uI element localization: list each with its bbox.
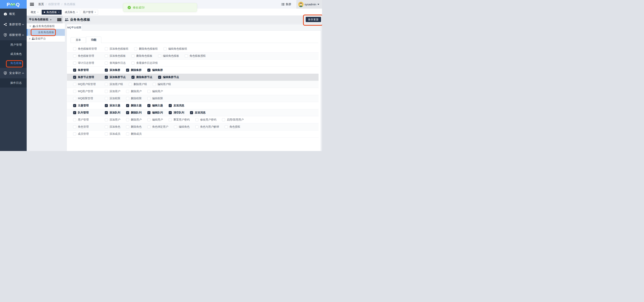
permission-module-cell: MQ用户组管理 <box>73 83 105 86</box>
pmq-logo[interactable]: P Q <box>0 0 27 9</box>
perm-checkbox[interactable] <box>126 97 129 100</box>
perm-checkbox[interactable] <box>129 83 132 86</box>
perm-checkbox[interactable] <box>105 54 108 57</box>
perm-checkbox[interactable] <box>164 47 166 50</box>
sidebar-subitem-1[interactable]: 用户管理 <box>0 40 27 49</box>
perm-checkbox[interactable] <box>105 69 108 72</box>
perm-checkbox[interactable] <box>148 125 150 128</box>
module-checkbox[interactable] <box>73 76 76 79</box>
perm-checkbox[interactable] <box>169 118 172 121</box>
perm-checkbox[interactable] <box>126 104 129 107</box>
perm-checkbox[interactable] <box>158 54 161 57</box>
perm-checkbox[interactable] <box>158 76 161 79</box>
module-checkbox[interactable] <box>73 111 76 114</box>
tab-close-icon[interactable]: × <box>37 11 38 14</box>
module-checkbox[interactable] <box>73 97 76 100</box>
sidebar-subitem-1[interactable]: 操作日志 <box>0 78 27 88</box>
module-checkbox[interactable] <box>73 90 76 93</box>
perm-checkbox[interactable] <box>148 111 150 114</box>
perm-checkbox[interactable] <box>132 54 134 57</box>
cluster-switcher[interactable]: 集群 <box>281 2 291 6</box>
perm-checkbox[interactable] <box>126 118 129 121</box>
module-checkbox[interactable] <box>73 104 76 107</box>
perm-checkbox[interactable] <box>105 111 108 114</box>
perm-checkbox[interactable] <box>105 97 108 100</box>
subtab-2[interactable]: 功能 <box>86 37 101 43</box>
perm-checkbox[interactable] <box>153 83 156 86</box>
perm-checkbox[interactable] <box>105 104 108 107</box>
tab-mq-platform-permission[interactable]: MQ平台权限 <box>67 24 82 31</box>
tab-close-icon[interactable]: × <box>58 11 60 14</box>
module-checkbox[interactable] <box>73 125 76 128</box>
module-checkbox[interactable] <box>73 133 76 136</box>
sidebar-collapse-icon[interactable] <box>30 3 34 6</box>
open-tab-3[interactable]: 成员角色× <box>62 10 80 14</box>
module-checkbox[interactable] <box>73 47 76 50</box>
sidebar-item-2[interactable]: 集群管理 <box>0 19 27 30</box>
add-template-group-button[interactable]: + <box>50 18 52 21</box>
tree-item-2[interactable]: 业务角色模板 <box>27 29 65 36</box>
module-checkbox[interactable] <box>73 83 76 86</box>
perm-checkbox[interactable] <box>148 104 150 107</box>
perm-checkbox[interactable] <box>148 97 150 100</box>
perm-checkbox[interactable] <box>169 104 172 107</box>
open-tab-1[interactable]: 概览× <box>28 10 41 14</box>
user-menu[interactable]: sysadmin <box>296 0 322 9</box>
module-checkbox[interactable] <box>73 69 76 72</box>
perm-checkbox[interactable] <box>190 111 193 114</box>
perm-checkbox[interactable] <box>169 111 172 114</box>
tab-close-icon[interactable]: × <box>76 11 78 14</box>
permission-cell: 删除角色 <box>126 125 142 129</box>
perm-checkbox[interactable] <box>185 54 188 57</box>
sidebar-item-3[interactable]: 权限管理 <box>0 30 27 40</box>
perm-checkbox[interactable] <box>148 69 150 72</box>
perm-checkbox[interactable] <box>105 76 108 79</box>
tab-close-icon[interactable]: × <box>94 11 96 14</box>
perm-checkbox[interactable] <box>225 125 228 128</box>
sidebar-item-1[interactable]: 概览 <box>0 9 27 19</box>
save-update-button[interactable]: 保存更新 <box>306 17 321 22</box>
perm-checkbox[interactable] <box>195 125 198 128</box>
perm-checkbox[interactable] <box>126 133 129 136</box>
permission-module-cell: 角色模板管理 <box>73 54 105 58</box>
perm-checkbox[interactable] <box>195 118 198 121</box>
perm-checkbox[interactable] <box>126 111 129 114</box>
caret-down-icon[interactable] <box>29 26 31 27</box>
tree-item-label: 业务角色模板组 <box>36 24 55 28</box>
caret-right-icon[interactable] <box>29 38 30 40</box>
perm-label: 添加角色模板组 <box>110 47 128 51</box>
module-checkbox[interactable] <box>73 54 76 57</box>
tree-item-3[interactable]: 基础平台 <box>27 36 65 41</box>
perm-checkbox[interactable] <box>148 118 150 121</box>
open-tab-4[interactable]: 用户管理× <box>81 10 98 14</box>
module-checkbox[interactable] <box>73 118 76 121</box>
perm-checkbox[interactable] <box>105 125 108 128</box>
username: sysadmin <box>304 3 316 6</box>
perm-checkbox[interactable] <box>174 125 177 128</box>
perm-checkbox[interactable] <box>105 61 108 65</box>
perm-checkbox[interactable] <box>126 69 129 72</box>
module-label: 集群管理 <box>78 68 89 72</box>
sidebar-item-4[interactable]: 安全审计 <box>0 68 27 78</box>
perm-checkbox[interactable] <box>105 83 108 86</box>
tree-collapse-icon[interactable] <box>57 18 62 21</box>
perm-checkbox[interactable] <box>148 90 150 93</box>
sidebar-subitem-2[interactable]: 成员角色 <box>0 49 27 59</box>
perm-checkbox[interactable] <box>105 133 108 136</box>
perm-checkbox[interactable] <box>105 90 108 93</box>
open-tab-2[interactable]: 角色模板× <box>42 10 62 14</box>
perm-checkbox[interactable] <box>132 76 134 79</box>
module-checkbox[interactable] <box>73 61 76 65</box>
perm-checkbox[interactable] <box>105 118 108 121</box>
sidebar-subitem-3[interactable]: 角色模板 <box>0 59 27 68</box>
tree-item-1[interactable]: 业务角色模板组 <box>27 23 65 29</box>
subtab-1[interactable]: 菜单 <box>70 37 86 43</box>
perm-checkbox[interactable] <box>134 47 137 50</box>
perm-checkbox[interactable] <box>105 47 108 50</box>
perm-checkbox[interactable] <box>126 125 129 128</box>
perm-label: 添加用户 <box>110 118 120 122</box>
perm-checkbox[interactable] <box>126 90 129 93</box>
perm-checkbox[interactable] <box>222 118 225 121</box>
breadcrumb-item-1[interactable]: 首页 <box>38 2 44 6</box>
perm-checkbox[interactable] <box>132 61 134 65</box>
